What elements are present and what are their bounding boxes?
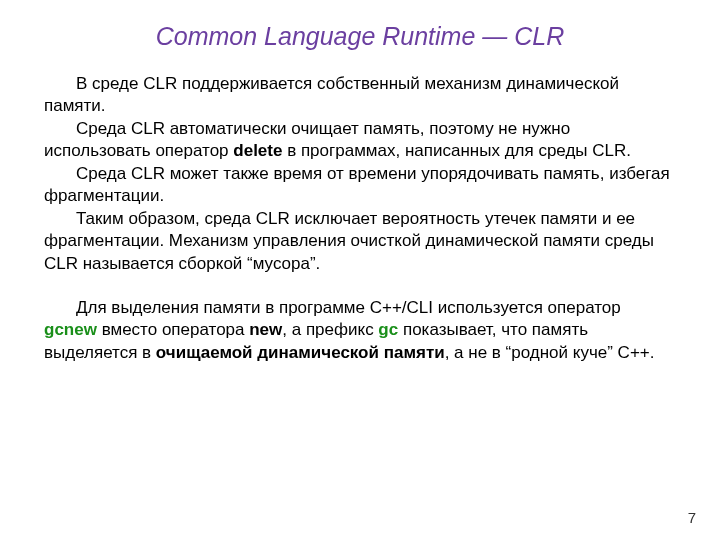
para-5c: , а префикс (282, 320, 378, 339)
kw-new: new (249, 320, 282, 339)
slide-title: Common Language Runtime — CLR (44, 22, 676, 51)
para-4: Таким образом, среда CLR исключает вероя… (44, 208, 676, 275)
para-1: В среде CLR поддерживается собственный м… (44, 73, 676, 118)
para-5a: Для выделения памяти в программе С++/CLI… (76, 298, 621, 317)
para-5e: , а не в “родной куче” С++. (445, 343, 655, 362)
para-2b: в программах, написанных для среды CLR. (282, 141, 631, 160)
kw-clean-heap: очищаемой динамической памяти (156, 343, 445, 362)
kw-delete: delete (233, 141, 282, 160)
slide-body: В среде CLR поддерживается собственный м… (44, 73, 676, 364)
kw-gc: gc (378, 320, 398, 339)
para-3: Среда CLR может также время от времени у… (44, 163, 676, 208)
para-2: Среда CLR автоматически очищает память, … (44, 118, 676, 163)
kw-gcnew: gcnew (44, 320, 97, 339)
page-number: 7 (688, 509, 696, 526)
para-5: Для выделения памяти в программе С++/CLI… (44, 297, 676, 364)
slide: Common Language Runtime — CLR В среде CL… (0, 0, 720, 364)
para-5b: вместо оператора (97, 320, 249, 339)
